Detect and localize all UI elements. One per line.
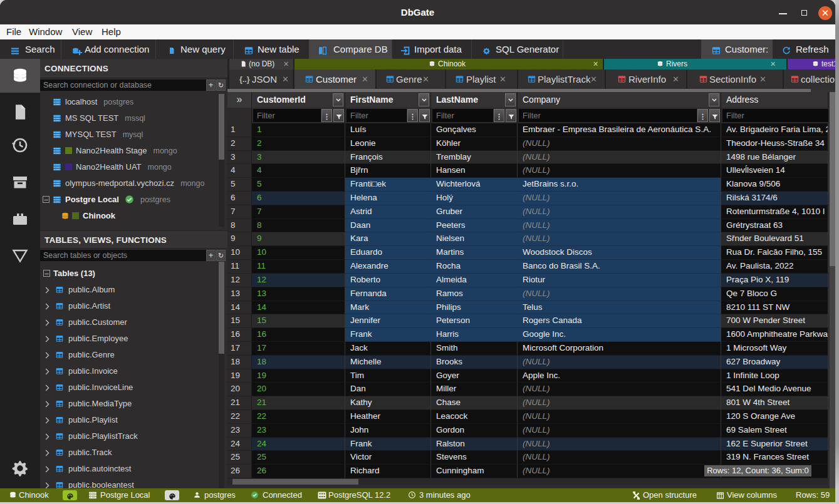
svg-text:{..}: {..} — [239, 75, 250, 84]
